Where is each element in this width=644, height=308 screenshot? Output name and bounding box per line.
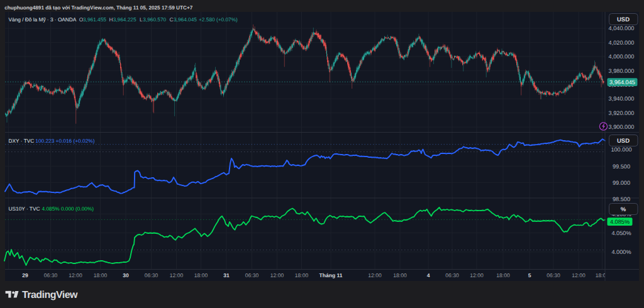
svg-text:100.223 +0.016 (+0.02%): 100.223 +0.016 (+0.02%) xyxy=(35,138,94,144)
svg-text:3,964.045: 3,964.045 xyxy=(174,16,197,23)
svg-text:4: 4 xyxy=(427,272,430,278)
svg-text:12:00: 12:00 xyxy=(572,272,586,278)
svg-text:4.000%: 4.000% xyxy=(611,249,631,255)
svg-text:100.000: 100.000 xyxy=(611,146,631,153)
svg-text:+2.580 (+0.07%): +2.580 (+0.07%) xyxy=(199,16,238,23)
svg-text:Tháng 11: Tháng 11 xyxy=(319,272,343,278)
svg-text:18:00: 18:00 xyxy=(194,272,208,278)
svg-text:H: H xyxy=(109,16,113,23)
svg-text:L: L xyxy=(140,16,143,23)
svg-text:12:00: 12:00 xyxy=(368,272,382,278)
svg-text:Vàng / Đô la Mỹ · 3 · OANDA: Vàng / Đô la Mỹ · 3 · OANDA xyxy=(9,16,77,23)
svg-text:chuphuong4891 đã tạo với Tradi: chuphuong4891 đã tạo với TradingView.com… xyxy=(4,5,193,11)
svg-text:3,964.225: 3,964.225 xyxy=(113,16,136,23)
svg-text:4.085%: 4.085% xyxy=(610,219,630,225)
svg-text:4,040.000: 4,040.000 xyxy=(609,25,635,31)
svg-text:12:00: 12:00 xyxy=(170,272,184,278)
svg-text:18:00: 18:00 xyxy=(496,272,510,278)
svg-text:4,000.000: 4,000.000 xyxy=(609,53,635,60)
svg-text:4.085% 0.000 (0.00%): 4.085% 0.000 (0.00%) xyxy=(42,206,94,212)
svg-text:TradingView: TradingView xyxy=(22,290,78,300)
svg-text:99.000: 99.000 xyxy=(613,180,630,186)
svg-text:98.500: 98.500 xyxy=(613,196,630,202)
svg-text:3,920.000: 3,920.000 xyxy=(609,110,635,116)
svg-text:3,964.045: 3,964.045 xyxy=(609,79,635,85)
svg-text:18:00: 18:00 xyxy=(295,272,309,278)
svg-text:29: 29 xyxy=(22,272,28,278)
svg-text:12:00: 12:00 xyxy=(270,272,284,278)
svg-text:4,020.000: 4,020.000 xyxy=(609,40,635,46)
svg-text:31: 31 xyxy=(223,272,230,278)
svg-text:C: C xyxy=(170,16,174,23)
svg-text:3,940.000: 3,940.000 xyxy=(609,96,635,102)
svg-text:06:30: 06:30 xyxy=(145,272,158,278)
svg-text:06:30: 06:30 xyxy=(445,272,459,278)
svg-text:USD: USD xyxy=(617,138,630,145)
svg-text:18:00: 18:00 xyxy=(393,272,407,278)
svg-text:USD: USD xyxy=(617,16,630,23)
svg-text:DXY · TVC: DXY · TVC xyxy=(9,138,35,144)
svg-text:3,980.000: 3,980.000 xyxy=(609,68,635,74)
svg-text:99.500: 99.500 xyxy=(613,163,630,170)
svg-text:12:00: 12:00 xyxy=(470,272,484,278)
svg-text:5: 5 xyxy=(528,272,531,278)
svg-text:06:30: 06:30 xyxy=(547,272,560,278)
svg-text:US10Y · TVC: US10Y · TVC xyxy=(9,206,40,212)
svg-text:18:00: 18:00 xyxy=(94,272,108,278)
svg-text:%: % xyxy=(621,206,626,213)
svg-text:3,900.000: 3,900.000 xyxy=(609,124,635,130)
svg-text:4.050%: 4.050% xyxy=(611,230,631,236)
svg-text:30: 30 xyxy=(123,272,129,278)
svg-text:06:30: 06:30 xyxy=(44,272,58,278)
svg-text:06:30: 06:30 xyxy=(245,272,259,278)
svg-text:3,961.455: 3,961.455 xyxy=(83,16,106,23)
svg-text:3,960.570: 3,960.570 xyxy=(143,16,166,23)
svg-text:12:00: 12:00 xyxy=(69,272,82,278)
